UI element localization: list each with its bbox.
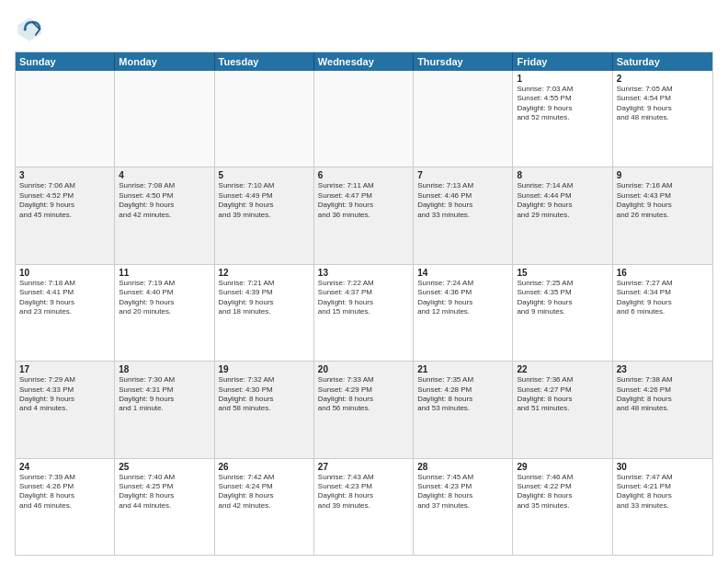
- day-number: 6: [318, 170, 409, 180]
- day-info: Sunrise: 7:22 AM Sunset: 4:37 PM Dayligh…: [318, 279, 409, 317]
- header-day-monday: Monday: [115, 52, 214, 71]
- day-number: 9: [617, 170, 709, 180]
- day-number: 15: [517, 268, 608, 278]
- day-number: 28: [417, 462, 508, 472]
- day-number: 30: [617, 462, 709, 472]
- header-day-wednesday: Wednesday: [314, 52, 414, 71]
- day-cell-12: 12Sunrise: 7:21 AM Sunset: 4:39 PM Dayli…: [215, 265, 314, 361]
- day-number: 3: [19, 170, 110, 180]
- calendar-week-3: 10Sunrise: 7:18 AM Sunset: 4:41 PM Dayli…: [16, 265, 712, 362]
- page: SundayMondayTuesdayWednesdayThursdayFrid…: [0, 0, 728, 563]
- day-info: Sunrise: 7:32 AM Sunset: 4:30 PM Dayligh…: [219, 375, 310, 414]
- day-number: 4: [119, 170, 210, 180]
- day-number: 7: [417, 170, 508, 180]
- day-number: 1: [517, 74, 608, 84]
- day-number: 23: [617, 364, 709, 374]
- day-cell-19: 19Sunrise: 7:32 AM Sunset: 4:30 PM Dayli…: [215, 362, 314, 457]
- day-info: Sunrise: 7:29 AM Sunset: 4:33 PM Dayligh…: [19, 375, 110, 414]
- day-cell-11: 11Sunrise: 7:19 AM Sunset: 4:40 PM Dayli…: [115, 265, 214, 361]
- day-cell-15: 15Sunrise: 7:25 AM Sunset: 4:35 PM Dayli…: [513, 265, 612, 361]
- day-cell-5: 5Sunrise: 7:10 AM Sunset: 4:49 PM Daylig…: [215, 167, 314, 263]
- day-info: Sunrise: 7:11 AM Sunset: 4:47 PM Dayligh…: [318, 181, 409, 220]
- empty-cell: [314, 71, 414, 167]
- day-number: 20: [318, 364, 409, 374]
- header-day-thursday: Thursday: [414, 52, 513, 71]
- calendar-header: SundayMondayTuesdayWednesdayThursdayFrid…: [16, 52, 712, 71]
- day-number: 8: [517, 170, 608, 180]
- day-cell-10: 10Sunrise: 7:18 AM Sunset: 4:41 PM Dayli…: [16, 265, 115, 361]
- day-cell-26: 26Sunrise: 7:42 AM Sunset: 4:24 PM Dayli…: [215, 459, 314, 555]
- day-number: 19: [219, 364, 310, 374]
- day-cell-4: 4Sunrise: 7:08 AM Sunset: 4:50 PM Daylig…: [115, 167, 214, 263]
- day-cell-7: 7Sunrise: 7:13 AM Sunset: 4:46 PM Daylig…: [414, 167, 513, 263]
- day-cell-27: 27Sunrise: 7:43 AM Sunset: 4:23 PM Dayli…: [314, 459, 414, 555]
- day-info: Sunrise: 7:39 AM Sunset: 4:26 PM Dayligh…: [19, 473, 110, 511]
- day-info: Sunrise: 7:46 AM Sunset: 4:22 PM Dayligh…: [517, 473, 608, 511]
- day-info: Sunrise: 7:21 AM Sunset: 4:39 PM Dayligh…: [219, 279, 310, 317]
- day-info: Sunrise: 7:10 AM Sunset: 4:49 PM Dayligh…: [219, 181, 310, 220]
- day-info: Sunrise: 7:27 AM Sunset: 4:34 PM Dayligh…: [617, 279, 709, 317]
- empty-cell: [16, 71, 115, 167]
- day-cell-14: 14Sunrise: 7:24 AM Sunset: 4:36 PM Dayli…: [414, 265, 513, 361]
- day-cell-30: 30Sunrise: 7:47 AM Sunset: 4:21 PM Dayli…: [613, 459, 712, 555]
- day-cell-2: 2Sunrise: 7:05 AM Sunset: 4:54 PM Daylig…: [613, 71, 712, 167]
- header-day-saturday: Saturday: [613, 52, 712, 71]
- empty-cell: [414, 71, 513, 167]
- day-info: Sunrise: 7:40 AM Sunset: 4:25 PM Dayligh…: [119, 473, 210, 511]
- svg-marker-0: [17, 17, 41, 41]
- calendar-week-2: 3Sunrise: 7:06 AM Sunset: 4:52 PM Daylig…: [16, 167, 712, 264]
- day-cell-22: 22Sunrise: 7:36 AM Sunset: 4:27 PM Dayli…: [513, 362, 612, 457]
- day-info: Sunrise: 7:42 AM Sunset: 4:24 PM Dayligh…: [219, 473, 310, 511]
- logo: [15, 15, 48, 44]
- day-cell-17: 17Sunrise: 7:29 AM Sunset: 4:33 PM Dayli…: [16, 362, 115, 457]
- day-info: Sunrise: 7:38 AM Sunset: 4:26 PM Dayligh…: [617, 375, 709, 414]
- day-info: Sunrise: 7:05 AM Sunset: 4:54 PM Dayligh…: [617, 85, 709, 123]
- day-info: Sunrise: 7:35 AM Sunset: 4:28 PM Dayligh…: [417, 375, 508, 414]
- day-number: 5: [219, 170, 310, 180]
- day-cell-18: 18Sunrise: 7:30 AM Sunset: 4:31 PM Dayli…: [115, 362, 214, 457]
- day-number: 26: [219, 462, 310, 472]
- calendar: SundayMondayTuesdayWednesdayThursdayFrid…: [15, 52, 713, 556]
- day-info: Sunrise: 7:19 AM Sunset: 4:40 PM Dayligh…: [119, 279, 210, 317]
- calendar-body: 1Sunrise: 7:03 AM Sunset: 4:55 PM Daylig…: [16, 71, 712, 555]
- calendar-week-1: 1Sunrise: 7:03 AM Sunset: 4:55 PM Daylig…: [16, 71, 712, 167]
- day-cell-29: 29Sunrise: 7:46 AM Sunset: 4:22 PM Dayli…: [513, 459, 612, 555]
- day-number: 11: [119, 268, 210, 278]
- day-info: Sunrise: 7:03 AM Sunset: 4:55 PM Dayligh…: [517, 85, 608, 123]
- day-cell-6: 6Sunrise: 7:11 AM Sunset: 4:47 PM Daylig…: [314, 167, 414, 263]
- day-cell-28: 28Sunrise: 7:45 AM Sunset: 4:23 PM Dayli…: [414, 459, 513, 555]
- header-day-tuesday: Tuesday: [215, 52, 314, 71]
- calendar-week-4: 17Sunrise: 7:29 AM Sunset: 4:33 PM Dayli…: [16, 362, 712, 458]
- day-info: Sunrise: 7:18 AM Sunset: 4:41 PM Dayligh…: [19, 279, 110, 317]
- day-cell-8: 8Sunrise: 7:14 AM Sunset: 4:44 PM Daylig…: [513, 167, 612, 263]
- day-info: Sunrise: 7:30 AM Sunset: 4:31 PM Dayligh…: [119, 375, 210, 414]
- logo-icon: [15, 15, 44, 44]
- day-info: Sunrise: 7:08 AM Sunset: 4:50 PM Dayligh…: [119, 181, 210, 220]
- day-info: Sunrise: 7:36 AM Sunset: 4:27 PM Dayligh…: [517, 375, 608, 414]
- day-number: 2: [617, 74, 709, 84]
- empty-cell: [115, 71, 214, 167]
- day-number: 25: [119, 462, 210, 472]
- calendar-week-5: 24Sunrise: 7:39 AM Sunset: 4:26 PM Dayli…: [16, 459, 712, 555]
- day-number: 14: [417, 268, 508, 278]
- day-info: Sunrise: 7:14 AM Sunset: 4:44 PM Dayligh…: [517, 181, 608, 220]
- day-number: 12: [219, 268, 310, 278]
- day-number: 16: [617, 268, 709, 278]
- day-info: Sunrise: 7:45 AM Sunset: 4:23 PM Dayligh…: [417, 473, 508, 511]
- day-cell-3: 3Sunrise: 7:06 AM Sunset: 4:52 PM Daylig…: [16, 167, 115, 263]
- day-info: Sunrise: 7:06 AM Sunset: 4:52 PM Dayligh…: [19, 181, 110, 220]
- day-cell-24: 24Sunrise: 7:39 AM Sunset: 4:26 PM Dayli…: [16, 459, 115, 555]
- day-cell-1: 1Sunrise: 7:03 AM Sunset: 4:55 PM Daylig…: [513, 71, 612, 167]
- day-info: Sunrise: 7:43 AM Sunset: 4:23 PM Dayligh…: [318, 473, 409, 511]
- day-cell-16: 16Sunrise: 7:27 AM Sunset: 4:34 PM Dayli…: [613, 265, 712, 361]
- day-number: 29: [517, 462, 608, 472]
- day-cell-25: 25Sunrise: 7:40 AM Sunset: 4:25 PM Dayli…: [115, 459, 214, 555]
- header-day-friday: Friday: [513, 52, 612, 71]
- day-info: Sunrise: 7:13 AM Sunset: 4:46 PM Dayligh…: [417, 181, 508, 220]
- day-number: 24: [19, 462, 110, 472]
- day-number: 27: [318, 462, 409, 472]
- day-cell-13: 13Sunrise: 7:22 AM Sunset: 4:37 PM Dayli…: [314, 265, 414, 361]
- day-number: 13: [318, 268, 409, 278]
- day-info: Sunrise: 7:25 AM Sunset: 4:35 PM Dayligh…: [517, 279, 608, 317]
- svg-point-1: [24, 28, 27, 30]
